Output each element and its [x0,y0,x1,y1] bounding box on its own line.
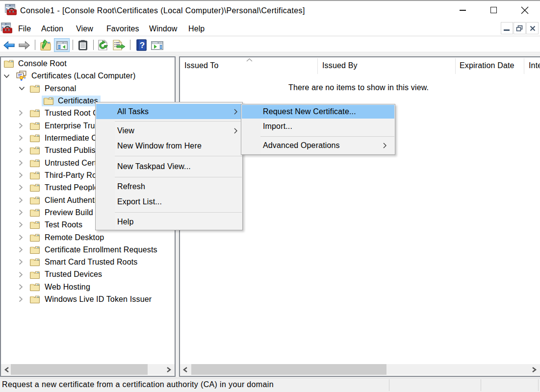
svg-text:?: ? [140,41,145,50]
